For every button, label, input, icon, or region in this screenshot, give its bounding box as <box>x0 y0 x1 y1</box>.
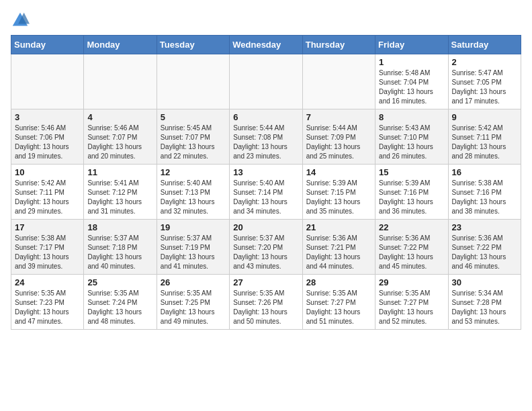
day-info: Sunrise: 5:40 AM Sunset: 7:13 PM Dayligh… <box>161 179 226 216</box>
day-info: Sunrise: 5:41 AM Sunset: 7:12 PM Dayligh… <box>87 179 152 216</box>
calendar-week-row: 24Sunrise: 5:35 AM Sunset: 7:23 PM Dayli… <box>11 275 521 330</box>
weekday-header-wednesday: Wednesday <box>230 36 302 54</box>
day-number: 25 <box>87 277 152 287</box>
day-info: Sunrise: 5:36 AM Sunset: 7:22 PM Dayligh… <box>452 234 517 271</box>
day-info: Sunrise: 5:42 AM Sunset: 7:11 PM Dayligh… <box>15 179 80 216</box>
calendar-cell: 22Sunrise: 5:36 AM Sunset: 7:22 PM Dayli… <box>375 220 448 275</box>
day-number: 3 <box>15 112 80 122</box>
day-number: 4 <box>87 112 152 122</box>
calendar-cell: 16Sunrise: 5:38 AM Sunset: 7:16 PM Dayli… <box>448 165 521 220</box>
day-info: Sunrise: 5:34 AM Sunset: 7:28 PM Dayligh… <box>452 289 517 326</box>
day-number: 27 <box>233 277 298 287</box>
day-info: Sunrise: 5:44 AM Sunset: 7:08 PM Dayligh… <box>233 124 298 161</box>
day-info: Sunrise: 5:43 AM Sunset: 7:10 PM Dayligh… <box>379 124 444 161</box>
calendar-cell: 20Sunrise: 5:37 AM Sunset: 7:20 PM Dayli… <box>230 220 302 275</box>
day-number: 5 <box>161 112 226 122</box>
day-info: Sunrise: 5:47 AM Sunset: 7:05 PM Dayligh… <box>452 68 517 106</box>
day-number: 30 <box>452 277 517 287</box>
day-info: Sunrise: 5:35 AM Sunset: 7:24 PM Dayligh… <box>87 289 152 326</box>
calendar-cell: 2Sunrise: 5:47 AM Sunset: 7:05 PM Daylig… <box>448 54 521 109</box>
calendar-cell: 11Sunrise: 5:41 AM Sunset: 7:12 PM Dayli… <box>84 165 157 220</box>
day-number: 28 <box>306 277 371 287</box>
day-number: 1 <box>379 57 444 67</box>
calendar-cell: 12Sunrise: 5:40 AM Sunset: 7:13 PM Dayli… <box>157 165 229 220</box>
day-number: 21 <box>306 222 371 232</box>
calendar-cell: 27Sunrise: 5:35 AM Sunset: 7:26 PM Dayli… <box>230 275 302 330</box>
day-number: 2 <box>452 57 517 67</box>
day-info: Sunrise: 5:36 AM Sunset: 7:22 PM Dayligh… <box>379 234 444 271</box>
day-info: Sunrise: 5:36 AM Sunset: 7:21 PM Dayligh… <box>306 234 371 271</box>
day-number: 10 <box>15 167 80 177</box>
calendar-table: SundayMondayTuesdayWednesdayThursdayFrid… <box>11 35 521 330</box>
day-number: 7 <box>306 112 371 122</box>
calendar-cell <box>230 54 302 109</box>
day-info: Sunrise: 5:35 AM Sunset: 7:27 PM Dayligh… <box>379 289 444 326</box>
logo <box>11 11 32 30</box>
weekday-header-tuesday: Tuesday <box>157 36 229 54</box>
calendar-cell: 8Sunrise: 5:43 AM Sunset: 7:10 PM Daylig… <box>375 109 448 165</box>
calendar-cell: 4Sunrise: 5:46 AM Sunset: 7:07 PM Daylig… <box>84 109 157 165</box>
calendar-cell: 29Sunrise: 5:35 AM Sunset: 7:27 PM Dayli… <box>375 275 448 330</box>
calendar-cell: 14Sunrise: 5:39 AM Sunset: 7:15 PM Dayli… <box>302 165 375 220</box>
day-info: Sunrise: 5:38 AM Sunset: 7:16 PM Dayligh… <box>452 179 517 216</box>
weekday-header-monday: Monday <box>84 36 157 54</box>
day-info: Sunrise: 5:35 AM Sunset: 7:27 PM Dayligh… <box>306 289 371 326</box>
day-info: Sunrise: 5:39 AM Sunset: 7:16 PM Dayligh… <box>379 179 444 216</box>
calendar-cell: 3Sunrise: 5:46 AM Sunset: 7:06 PM Daylig… <box>11 109 84 165</box>
day-info: Sunrise: 5:44 AM Sunset: 7:09 PM Dayligh… <box>306 124 371 161</box>
calendar-cell <box>302 54 375 109</box>
day-number: 22 <box>379 222 444 232</box>
day-number: 23 <box>452 222 517 232</box>
calendar-week-row: 3Sunrise: 5:46 AM Sunset: 7:06 PM Daylig… <box>11 109 521 165</box>
day-info: Sunrise: 5:40 AM Sunset: 7:14 PM Dayligh… <box>233 179 298 216</box>
day-info: Sunrise: 5:35 AM Sunset: 7:23 PM Dayligh… <box>15 289 80 326</box>
calendar-cell: 19Sunrise: 5:37 AM Sunset: 7:19 PM Dayli… <box>157 220 229 275</box>
day-number: 6 <box>233 112 298 122</box>
page-header <box>11 11 521 30</box>
calendar-cell <box>157 54 229 109</box>
day-number: 24 <box>15 277 80 287</box>
day-number: 17 <box>15 222 80 232</box>
weekday-header-sunday: Sunday <box>11 36 84 54</box>
calendar-cell: 23Sunrise: 5:36 AM Sunset: 7:22 PM Dayli… <box>448 220 521 275</box>
calendar-cell: 21Sunrise: 5:36 AM Sunset: 7:21 PM Dayli… <box>302 220 375 275</box>
day-info: Sunrise: 5:37 AM Sunset: 7:19 PM Dayligh… <box>161 234 226 271</box>
calendar-cell: 18Sunrise: 5:37 AM Sunset: 7:18 PM Dayli… <box>84 220 157 275</box>
weekday-header-row: SundayMondayTuesdayWednesdayThursdayFrid… <box>11 36 521 54</box>
day-number: 15 <box>379 167 444 177</box>
day-number: 16 <box>452 167 517 177</box>
day-info: Sunrise: 5:46 AM Sunset: 7:06 PM Dayligh… <box>15 124 80 161</box>
day-info: Sunrise: 5:48 AM Sunset: 7:04 PM Dayligh… <box>379 68 444 106</box>
calendar-cell: 25Sunrise: 5:35 AM Sunset: 7:24 PM Dayli… <box>84 275 157 330</box>
day-number: 18 <box>87 222 152 232</box>
calendar-cell <box>84 54 157 109</box>
weekday-header-thursday: Thursday <box>302 36 375 54</box>
day-number: 11 <box>87 167 152 177</box>
calendar-cell: 13Sunrise: 5:40 AM Sunset: 7:14 PM Dayli… <box>230 165 302 220</box>
calendar-cell: 6Sunrise: 5:44 AM Sunset: 7:08 PM Daylig… <box>230 109 302 165</box>
calendar-cell: 17Sunrise: 5:38 AM Sunset: 7:17 PM Dayli… <box>11 220 84 275</box>
day-info: Sunrise: 5:35 AM Sunset: 7:25 PM Dayligh… <box>161 289 226 326</box>
calendar-cell <box>11 54 84 109</box>
day-info: Sunrise: 5:42 AM Sunset: 7:11 PM Dayligh… <box>452 124 517 161</box>
day-number: 12 <box>161 167 226 177</box>
day-number: 26 <box>161 277 226 287</box>
calendar-cell: 5Sunrise: 5:45 AM Sunset: 7:07 PM Daylig… <box>157 109 229 165</box>
day-info: Sunrise: 5:35 AM Sunset: 7:26 PM Dayligh… <box>233 289 298 326</box>
calendar-week-row: 17Sunrise: 5:38 AM Sunset: 7:17 PM Dayli… <box>11 220 521 275</box>
calendar-week-row: 10Sunrise: 5:42 AM Sunset: 7:11 PM Dayli… <box>11 165 521 220</box>
calendar-cell: 30Sunrise: 5:34 AM Sunset: 7:28 PM Dayli… <box>448 275 521 330</box>
day-number: 19 <box>161 222 226 232</box>
calendar-cell: 15Sunrise: 5:39 AM Sunset: 7:16 PM Dayli… <box>375 165 448 220</box>
day-info: Sunrise: 5:45 AM Sunset: 7:07 PM Dayligh… <box>161 124 226 161</box>
calendar-cell: 10Sunrise: 5:42 AM Sunset: 7:11 PM Dayli… <box>11 165 84 220</box>
day-number: 14 <box>306 167 371 177</box>
calendar-cell: 7Sunrise: 5:44 AM Sunset: 7:09 PM Daylig… <box>302 109 375 165</box>
calendar-cell: 24Sunrise: 5:35 AM Sunset: 7:23 PM Dayli… <box>11 275 84 330</box>
weekday-header-saturday: Saturday <box>448 36 521 54</box>
day-number: 29 <box>379 277 444 287</box>
day-info: Sunrise: 5:37 AM Sunset: 7:18 PM Dayligh… <box>87 234 152 271</box>
weekday-header-friday: Friday <box>375 36 448 54</box>
logo-icon <box>11 11 30 30</box>
day-info: Sunrise: 5:39 AM Sunset: 7:15 PM Dayligh… <box>306 179 371 216</box>
